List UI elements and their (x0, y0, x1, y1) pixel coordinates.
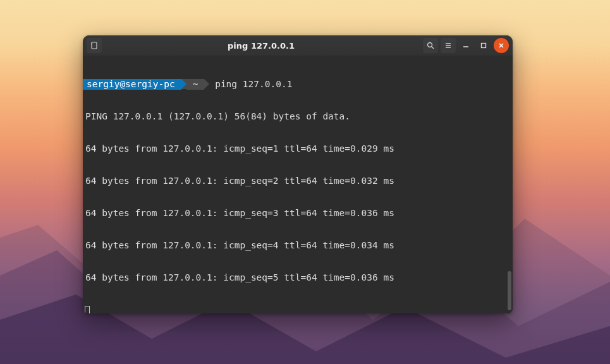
svg-rect-8 (482, 44, 486, 48)
maximize-button[interactable] (476, 38, 491, 53)
powerline-separator-icon (181, 79, 186, 89)
window-title: ping 127.0.0.1 (102, 41, 420, 51)
output-line: 64 bytes from 127.0.0.1: icmp_seq=3 ttl=… (83, 208, 513, 219)
titlebar[interactable]: ping 127.0.0.1 (83, 35, 513, 56)
scrollbar-thumb[interactable] (508, 271, 511, 310)
close-button[interactable] (494, 38, 509, 53)
svg-rect-0 (92, 42, 97, 49)
output-line: 64 bytes from 127.0.0.1: icmp_seq=2 ttl=… (83, 176, 513, 186)
menu-button[interactable] (441, 38, 456, 53)
svg-line-3 (432, 47, 434, 49)
svg-point-2 (428, 43, 432, 47)
powerline-separator-icon (204, 79, 209, 89)
svg-rect-1 (91, 44, 92, 44)
terminal-window: ping 127.0.0.1 sergiy@se (83, 35, 513, 313)
command-text: ping 127.0.0.1 (215, 79, 292, 89)
cursor (83, 305, 513, 313)
prompt-user-host: sergiy@sergiy-pc (83, 79, 181, 90)
desktop-wallpaper: ping 127.0.0.1 sergiy@se (0, 0, 610, 364)
minimize-button[interactable] (458, 38, 473, 53)
new-tab-button[interactable] (87, 38, 102, 53)
terminal-viewport[interactable]: sergiy@sergiy-pc~ ping 127.0.0.1 PING 12… (83, 56, 513, 313)
output-line: 64 bytes from 127.0.0.1: icmp_seq=5 ttl=… (83, 272, 513, 283)
output-line: 64 bytes from 127.0.0.1: icmp_seq=1 ttl=… (83, 143, 513, 154)
prompt-line: sergiy@sergiy-pc~ ping 127.0.0.1 (83, 79, 513, 90)
search-button[interactable] (423, 38, 438, 53)
output-line: 64 bytes from 127.0.0.1: icmp_seq=4 ttl=… (83, 240, 513, 251)
output-header: PING 127.0.0.1 (127.0.0.1) 56(84) bytes … (83, 111, 513, 122)
prompt-path: ~ (186, 79, 205, 90)
